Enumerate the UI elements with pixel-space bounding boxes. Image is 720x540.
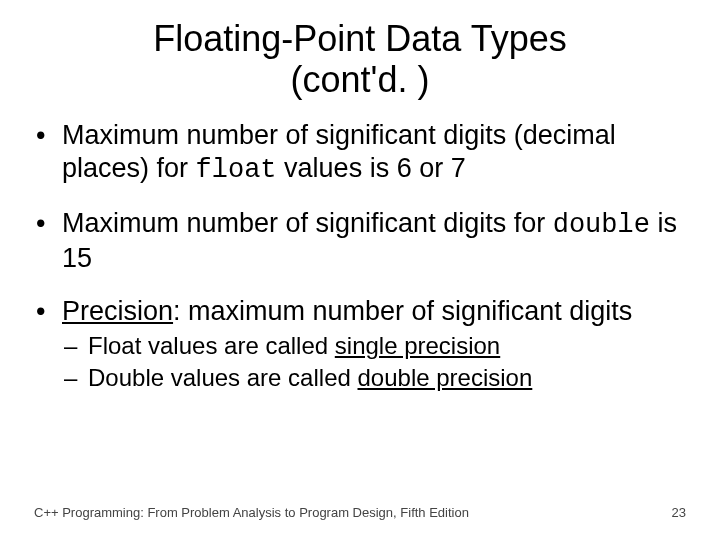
slide-title: Floating-Point Data Types (cont'd. ) (0, 0, 720, 101)
bullet-1: Maximum number of significant digits (de… (34, 119, 686, 187)
sub-bullet-1-u: single precision (335, 332, 500, 359)
title-line-1: Floating-Point Data Types (153, 18, 567, 59)
bullet-2-code: double (553, 210, 650, 240)
sub-bullet-2: Double values are called double precisio… (62, 363, 686, 393)
bullet-2-text-pre: Maximum number of significant digits for (62, 208, 553, 238)
title-line-2: (cont'd. ) (291, 59, 430, 100)
footer-page-number: 23 (672, 505, 686, 520)
slide: Floating-Point Data Types (cont'd. ) Max… (0, 0, 720, 540)
sub-bullet-1-pre: Float values are called (88, 332, 335, 359)
bullet-1-text-post: values is 6 or 7 (277, 153, 466, 183)
bullet-list: Maximum number of significant digits (de… (34, 119, 686, 394)
bullet-3-rest: : maximum number of significant digits (173, 296, 632, 326)
sub-bullet-list: Float values are called single precision… (62, 331, 686, 393)
slide-body: Maximum number of significant digits (de… (0, 101, 720, 394)
sub-bullet-2-u: double precision (358, 364, 533, 391)
sub-bullet-1: Float values are called single precision (62, 331, 686, 361)
bullet-3: Precision: maximum number of significant… (34, 295, 686, 394)
bullet-2: Maximum number of significant digits for… (34, 207, 686, 275)
bullet-1-code: float (196, 155, 277, 185)
footer-source: C++ Programming: From Problem Analysis t… (34, 505, 469, 520)
sub-bullet-2-pre: Double values are called (88, 364, 358, 391)
bullet-3-term: Precision (62, 296, 173, 326)
